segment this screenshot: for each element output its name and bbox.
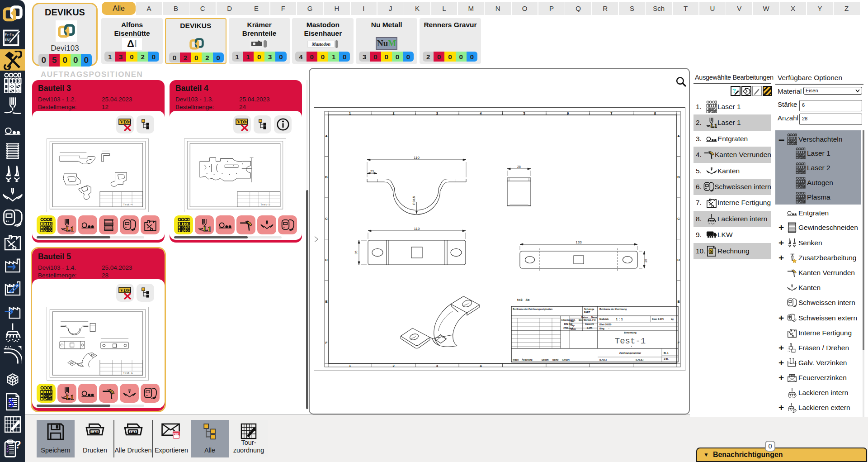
svg-text:C: C <box>325 217 328 221</box>
svg-text:2: 2 <box>393 111 395 115</box>
svg-text:Datum: Datum <box>581 316 588 319</box>
svg-text:Bl. 1: Bl. 1 <box>664 352 669 354</box>
svg-text:Index: Index <box>513 358 519 361</box>
svg-text:133: 133 <box>576 240 582 244</box>
svg-text:1: 1 <box>349 364 351 368</box>
svg-text:(Urspr): (Urspr) <box>562 358 570 361</box>
svg-text:(Ers.d.): (Ers.d.) <box>636 358 644 361</box>
svg-text:Benennung: Benennung <box>624 331 637 334</box>
svg-text:Dat.: Dat. <box>579 319 583 321</box>
svg-text:25: 25 <box>517 165 521 168</box>
svg-text:E: E <box>325 300 327 304</box>
svg-text:E: E <box>677 300 679 304</box>
svg-text:2: 2 <box>393 364 395 368</box>
svg-text:Zeichnungsnummer: Zeichnungsnummer <box>619 352 641 354</box>
svg-text:t=3 4x: t=3 4x <box>517 298 530 302</box>
svg-text:Blatt 20520: Blatt 20520 <box>599 323 612 326</box>
svg-text:Test-4: Test-4 <box>123 203 133 206</box>
svg-text:Test-1: Test-1 <box>615 336 646 346</box>
svg-text:Maßstab: Maßstab <box>599 318 609 320</box>
svg-text:Norm: Norm <box>571 328 576 330</box>
svg-text:Test-1: Test-1 <box>123 372 133 375</box>
svg-text:D: D <box>325 258 328 262</box>
svg-text:Änderung: Änderung <box>522 358 533 361</box>
svg-text:D: D <box>677 258 680 262</box>
svg-text:(Ers.f.): (Ers.f.) <box>599 358 607 361</box>
svg-text:Datum: Datum <box>542 358 549 361</box>
svg-text:Schutzge: Schutzge <box>584 308 594 310</box>
svg-text:1: 1 <box>349 111 351 115</box>
svg-text:PART: PART <box>584 311 590 314</box>
svg-text:Bieg: Bieg <box>599 327 604 330</box>
svg-text:Gep.: Gep. <box>571 324 575 327</box>
svg-text:8: 8 <box>654 111 656 115</box>
svg-text:C: C <box>677 217 680 221</box>
svg-text:B: B <box>677 175 680 179</box>
svg-text:23: 23 <box>370 170 374 173</box>
svg-text:35: 35 <box>354 251 358 254</box>
svg-text:110: 110 <box>414 227 420 231</box>
svg-text:B: B <box>325 175 328 179</box>
svg-text:Name: Name <box>591 316 597 319</box>
svg-text:Werkst. t=3: Werkst. t=3 <box>584 319 596 321</box>
svg-text:3: 3 <box>436 111 438 115</box>
svg-text:6: 6 <box>567 111 569 115</box>
svg-text:F: F <box>326 341 328 345</box>
svg-text:Test-5: Test-5 <box>260 203 270 206</box>
svg-text:0.075: 0.075 <box>587 327 593 329</box>
svg-text:1 Bl.: 1 Bl. <box>664 357 669 360</box>
svg-text:25: 25 <box>644 259 647 262</box>
svg-text:Gew: 0.075: Gew: 0.075 <box>652 318 664 320</box>
svg-text:Gewicht: Gewicht <box>585 323 594 325</box>
svg-text:7: 7 <box>610 111 612 115</box>
svg-text:Bea.: Bea. <box>571 320 575 323</box>
svg-text:1 : 1: 1 : 1 <box>616 317 623 321</box>
svg-text:Rohlname der Zeichnungsorigina: Rohlname der Zeichnungsoriginalien <box>513 308 552 310</box>
svg-text:kg: kg <box>671 318 674 320</box>
svg-text:Rohlname der Zeichnung: Rohlname der Zeichnung <box>599 308 627 310</box>
svg-text:A: A <box>325 134 328 138</box>
svg-text:5: 5 <box>524 111 525 115</box>
svg-text:Name: Name <box>552 358 559 361</box>
svg-text:R38.5: R38.5 <box>412 196 415 205</box>
svg-text:3: 3 <box>436 364 438 368</box>
svg-text:A: A <box>677 134 680 138</box>
svg-text:110: 110 <box>414 156 420 160</box>
